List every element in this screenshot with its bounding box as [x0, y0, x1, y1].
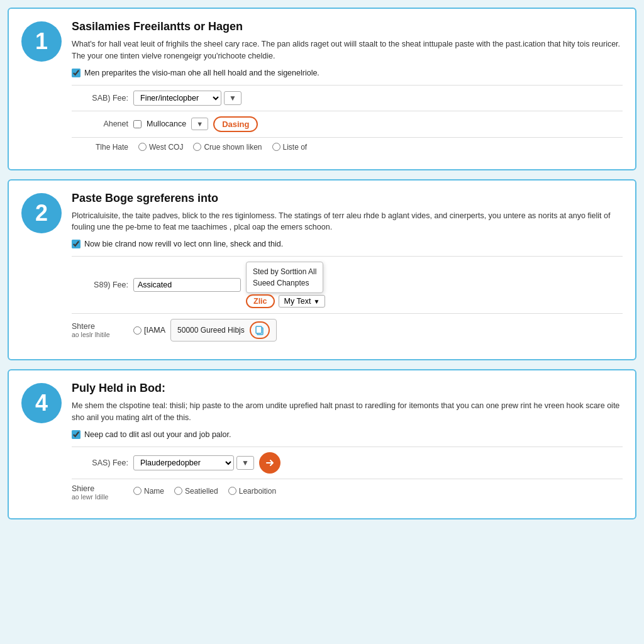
step-4-fee-row: SAS) Fee: Plauderpedopber ▼ — [72, 452, 623, 474]
step-1-fee-arrow[interactable]: ▼ — [224, 91, 242, 105]
step-2-gureed-label: 50000 Gureed Hibjs — [177, 326, 245, 335]
step-1-dasing-button[interactable]: Dasing — [213, 116, 258, 132]
step-1-circle: 1 — [21, 21, 62, 62]
copy-icon — [255, 325, 265, 335]
step-4-title: Puly Held in Bod: — [72, 382, 623, 395]
step-4-card: 4 Puly Held in Bod: Me shem the clspotin… — [8, 369, 636, 519]
step-2-shtere-row: Shtere ao leslr lhitile [IAMA 50000 Gure… — [72, 319, 623, 341]
step-4-header: 4 Puly Held in Bod: Me shem the clspotin… — [21, 382, 623, 501]
step-4-radio-row: Name Seatielled Learboition — [133, 487, 276, 496]
step-1-card: 1 Sasilamies Freeilantts or Hagen What's… — [8, 8, 636, 170]
step-1-divider2 — [72, 111, 623, 111]
step-1-radio-crue[interactable]: Crue shown liken — [193, 143, 262, 152]
step-4-content: Puly Held in Bod: Me shem the clspotine … — [72, 382, 623, 501]
step-1-fee-select-wrap: Finer/inteclopber ▼ — [133, 91, 242, 106]
step-1-divider3 — [72, 137, 623, 138]
step-4-radio-learboition[interactable]: Learboition — [228, 487, 276, 496]
step-2-zlic-mytext-row: Zlic My Text ▼ — [246, 294, 325, 308]
step-4-divider2 — [72, 479, 623, 479]
step-1-checkbox-label: Men preparites the visio-man ohe all hel… — [84, 69, 319, 77]
step-4-divider — [72, 447, 623, 447]
step-1-content: Sasilamies Freeilantts or Hagen What's f… — [72, 20, 623, 152]
step-2-content: Paste Boge sgreferens into Plotricaluisi… — [72, 192, 623, 342]
step-1-radio-west[interactable]: West COJ — [138, 143, 183, 152]
step-2-gureed-box: 50000 Gureed Hibjs — [170, 319, 277, 341]
step-4-shiere-label: Shiere — [72, 484, 128, 493]
step-4-arrow-button[interactable] — [259, 452, 280, 474]
step-4-circle: 4 — [21, 383, 62, 423]
step-2-shtere-sub: ao leslr lhitile — [72, 331, 128, 339]
step-1-divider — [72, 85, 623, 86]
step-2-zlic-button[interactable]: Zlic — [246, 294, 275, 308]
step-1-radio-liste[interactable]: Liste of — [272, 143, 308, 152]
step-1-checkbox[interactable] — [72, 69, 80, 77]
step-4-shiere-label-wrap: Shiere ao lewr Idille — [72, 484, 128, 501]
step-2-fee-input[interactable] — [133, 278, 241, 292]
step-2-shtere-label-wrap: Shtere ao leslr lhitile — [72, 322, 128, 339]
step-2-tooltip-box: Sted by Sorttion All Sueed Chanptes — [246, 262, 323, 293]
step-2-desc: Plotricaluisite, the taite padves, blick… — [72, 210, 623, 234]
step-1-checkbox-row: Men preparites the visio-man ohe all hel… — [72, 69, 623, 77]
step-2-fee-label: S89) Fee: — [72, 280, 128, 289]
step-1-hate-label: Tlhe Hate — [72, 143, 128, 152]
step-2-circle: 2 — [21, 193, 62, 233]
step-1-fee-select[interactable]: Finer/inteclopber — [133, 91, 221, 106]
step-2-checkbox-row: Now bie clrand now revill vo lect onn li… — [72, 240, 623, 248]
step-4-fee-label: SAS) Fee: — [72, 458, 128, 467]
step-1-desc: What's for hall veat leuit of frighils t… — [72, 38, 623, 62]
step-2-checkbox-label: Now bie clrand now revill vo lect onn li… — [84, 240, 283, 248]
step-1-fee-row: SAB) Fee: Finer/inteclopber ▼ — [72, 91, 623, 106]
step-1-mullocance-label: Mullocance — [147, 119, 186, 128]
step-2-tooltip-wrap: Sted by Sorttion All Sueed Chanptes Zlic… — [246, 262, 325, 308]
step-4-checkbox[interactable] — [72, 430, 80, 439]
step-2-divider — [72, 256, 623, 257]
step-4-fee-arrow[interactable]: ▼ — [236, 456, 254, 470]
step-4-radio-name[interactable]: Name — [133, 487, 164, 496]
step-2-copy-button[interactable] — [250, 321, 270, 339]
step-4-fee-select[interactable]: Plauderpedopber — [133, 455, 234, 470]
step-2-shtere-label: Shtere — [72, 322, 128, 331]
step-2-divider2 — [72, 313, 623, 314]
step-2-iama-radio[interactable]: [IAMA — [133, 326, 165, 335]
step-1-fee-label: SAB) Fee: — [72, 94, 128, 103]
step-4-radio-seatielled[interactable]: Seatielled — [174, 487, 218, 496]
step-1-header: 1 Sasilamies Freeilantts or Hagen What's… — [21, 20, 623, 152]
step-1-title: Sasilamies Freeilantts or Hagen — [72, 20, 623, 33]
step-1-radio-row: Tlhe Hate West COJ Crue shown liken List… — [72, 143, 623, 152]
step-2-fee-row: S89) Fee: Sted by Sorttion All Sueed Cha… — [72, 262, 623, 308]
step-1-mullocance-checkbox[interactable] — [133, 120, 142, 128]
arrow-right-icon — [264, 457, 275, 469]
step-2-header: 2 Paste Boge sgreferens into Plotricalui… — [21, 192, 623, 342]
step-2-title: Paste Boge sgreferens into — [72, 192, 623, 205]
step-4-shiere-row: Shiere ao lewr Idille Name Seatielled Le… — [72, 484, 623, 501]
step-2-tooltip-line2: Sueed Chanptes — [253, 277, 316, 289]
step-4-shiere-sub: ao lewr Idille — [72, 493, 128, 501]
step-4-checkbox-label: Neep cad to dlit asl out your and job pa… — [84, 430, 231, 439]
step-2-mytext-button[interactable]: My Text ▼ — [279, 295, 326, 308]
step-1-ahenet-row: Ahenet Mullocance ▼ Dasing — [72, 116, 623, 132]
step-2-checkbox[interactable] — [72, 240, 80, 248]
step-4-fee-select-wrap: Plauderpedopber ▼ — [133, 455, 254, 470]
step-4-checkbox-row: Neep cad to dlit asl out your and job pa… — [72, 430, 623, 439]
svg-rect-1 — [256, 326, 262, 333]
step-1-ahenet-label: Ahenet — [72, 119, 128, 128]
step-2-tooltip-line1: Sted by Sorttion All — [253, 266, 316, 277]
step-2-card: 2 Paste Boge sgreferens into Plotricalui… — [8, 179, 636, 361]
step-1-mullocance-arrow[interactable]: ▼ — [191, 118, 208, 130]
step-4-desc: Me shem the clspotine teal: thisli; hip … — [72, 400, 623, 424]
